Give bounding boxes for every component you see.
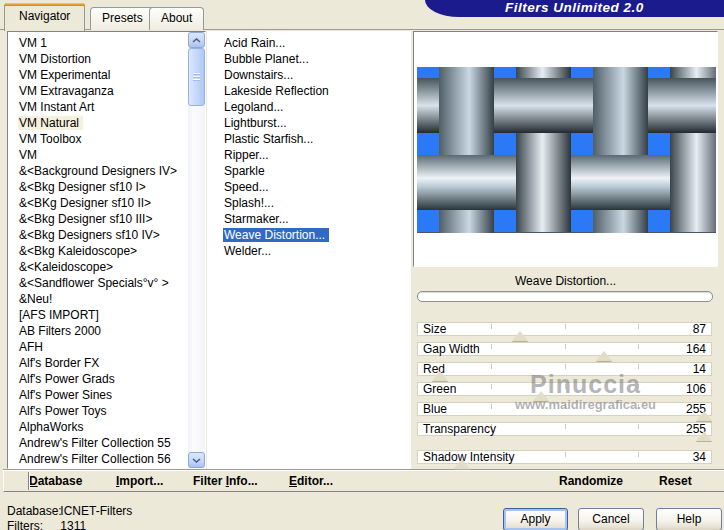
toolbar-item[interactable]: Database (29, 474, 82, 488)
filter-item[interactable]: Ripper... (207, 147, 411, 163)
category-item[interactable]: &<Bkg Designer sf10 I> (8, 179, 205, 195)
category-item[interactable]: VM Extravaganza (8, 83, 205, 99)
filter-item[interactable]: Weave Distortion... (207, 227, 411, 243)
category-item-label: Alf's Power Toys (18, 404, 110, 418)
filter-item[interactable]: Splash!... (207, 195, 411, 211)
category-item[interactable]: &<Bkg Designers sf10 IV> (8, 227, 205, 243)
slider-thumb[interactable] (512, 331, 528, 341)
slider-tick (491, 384, 492, 389)
toolbar-item[interactable]: Filter Info... (193, 474, 258, 488)
category-item[interactable]: &<Background Designers IV> (8, 163, 205, 179)
category-item[interactable]: VM Distortion (8, 51, 205, 67)
category-item[interactable]: VM Toolbox (8, 131, 205, 147)
category-item[interactable]: VM Natural (8, 115, 205, 131)
category-item-label: AlphaWorks (18, 420, 87, 434)
category-item[interactable]: [AFS IMPORT] (8, 307, 205, 323)
slider-tick (565, 452, 566, 457)
parameter-slider[interactable]: Size 87 (417, 322, 712, 336)
scrollbar-thumb[interactable] (188, 48, 205, 106)
filter-item[interactable]: Lightburst... (207, 115, 411, 131)
category-item[interactable]: Alf's Power Sines (8, 387, 205, 403)
slider-tick (491, 344, 492, 349)
toolbar-item[interactable]: Import... (116, 474, 163, 488)
category-item-label: VM (18, 148, 41, 162)
category-item[interactable]: AFH (8, 339, 205, 355)
category-item[interactable]: Alf's Border FX (8, 355, 205, 371)
tab[interactable]: About (149, 7, 204, 30)
category-item[interactable]: &<Kaleidoscope> (8, 259, 205, 275)
slider-thumb[interactable] (696, 431, 712, 441)
slider-tick (638, 452, 639, 457)
category-item[interactable]: VM Experimental (8, 67, 205, 83)
category-item-label: AFH (18, 340, 47, 354)
dialog-button-label: Help (677, 512, 702, 526)
toolbar-item[interactable]: Reset (659, 474, 692, 488)
slider-tick (638, 384, 639, 389)
category-item[interactable]: Andrew's Filter Collection 55 (8, 435, 205, 451)
toolbar-item-pre: Reset (659, 474, 692, 488)
category-item[interactable]: AB Filters 2000 (8, 323, 205, 339)
filter-item[interactable]: Acid Rain... (207, 35, 411, 51)
category-item[interactable]: Andrew's Filter Collection 56 (8, 451, 205, 467)
toolbar-item-accel: E (289, 474, 297, 488)
parameter-slider[interactable]: Red 14 (417, 362, 712, 376)
category-item-label: VM Instant Art (18, 100, 98, 114)
parameter-row: Transparency 255 (417, 422, 712, 436)
category-item[interactable]: VM Instant Art (8, 99, 205, 115)
dialog-button[interactable]: Apply (503, 508, 568, 530)
filter-item[interactable]: Bubble Planet... (207, 51, 411, 67)
filter-item[interactable]: Lakeside Reflection (207, 83, 411, 99)
dialog-button[interactable]: Help (656, 508, 722, 530)
filter-list[interactable]: Acid Rain... Bubble Planet... Downstairs… (207, 31, 411, 469)
category-item-label: VM Extravaganza (18, 84, 118, 98)
scroll-down-button[interactable] (188, 452, 205, 468)
category-item[interactable]: &<Bkg Designer sf10 III> (8, 211, 205, 227)
category-item-label: &<Sandflower Specials°v° > (18, 276, 173, 290)
toolbar-item[interactable]: Randomize (559, 474, 623, 488)
filter-item[interactable]: Starmaker... (207, 211, 411, 227)
category-item[interactable]: Alf's Power Toys (8, 403, 205, 419)
category-scrollbar[interactable] (188, 32, 205, 468)
filter-item[interactable]: Legoland... (207, 99, 411, 115)
tab[interactable]: Presets (90, 7, 155, 30)
filter-item-label: Weave Distortion... (223, 228, 329, 242)
slider-thumb[interactable] (432, 371, 448, 381)
category-item[interactable]: VM (8, 147, 205, 163)
scroll-up-button[interactable] (188, 32, 205, 48)
category-item[interactable]: &<Bkg Kaleidoscope> (8, 243, 205, 259)
category-item[interactable]: &Neu! (8, 291, 205, 307)
filter-item[interactable]: Speed... (207, 179, 411, 195)
parameter-slider[interactable]: Green 106 (417, 382, 712, 396)
category-item[interactable]: VM 1 (8, 35, 205, 51)
filter-item[interactable]: Welder... (207, 243, 411, 259)
category-item[interactable]: &<Sandflower Specials°v° > (8, 275, 205, 291)
slider-thumb[interactable] (533, 391, 549, 401)
category-item[interactable]: Alf's Power Grads (8, 371, 205, 387)
slider-thumb[interactable] (454, 459, 470, 469)
category-item-label: VM Toolbox (18, 132, 85, 146)
slider-thumb[interactable] (596, 351, 612, 361)
filter-item[interactable]: Downstairs... (207, 67, 411, 83)
slider-tick (565, 324, 566, 329)
category-item[interactable]: AlphaWorks (8, 419, 205, 435)
slider-thumb[interactable] (696, 411, 712, 421)
parameter-slider[interactable]: Gap Width 164 (417, 342, 712, 356)
category-list[interactable]: VM 1 VM Distortion VM Experimental VM Ex… (7, 31, 206, 469)
tab[interactable]: Navigator (4, 3, 85, 31)
category-item[interactable]: &<BKg Designer sf10 II> (8, 195, 205, 211)
toolbar-item-post: nfo... (229, 474, 258, 488)
parameter-label: Gap Width (423, 343, 480, 356)
toolbar-item[interactable]: Editor... (289, 474, 333, 488)
filter-item[interactable]: Sparkle (207, 163, 411, 179)
slider-tick (638, 364, 639, 369)
parameter-slider[interactable]: Blue 255 (417, 402, 712, 416)
slider-tick (491, 404, 492, 409)
parameter-row: Shadow Intensity 34 (417, 450, 712, 464)
dialog-button-label: Apply (520, 512, 550, 526)
slider-tick (565, 344, 566, 349)
parameter-slider[interactable]: Transparency 255 (417, 422, 712, 436)
slider-tick (565, 364, 566, 369)
dialog-button[interactable]: Cancel (578, 508, 644, 530)
filter-item[interactable]: Plastic Starfish... (207, 131, 411, 147)
category-item-label: &<Bkg Designer sf10 I> (18, 180, 150, 194)
